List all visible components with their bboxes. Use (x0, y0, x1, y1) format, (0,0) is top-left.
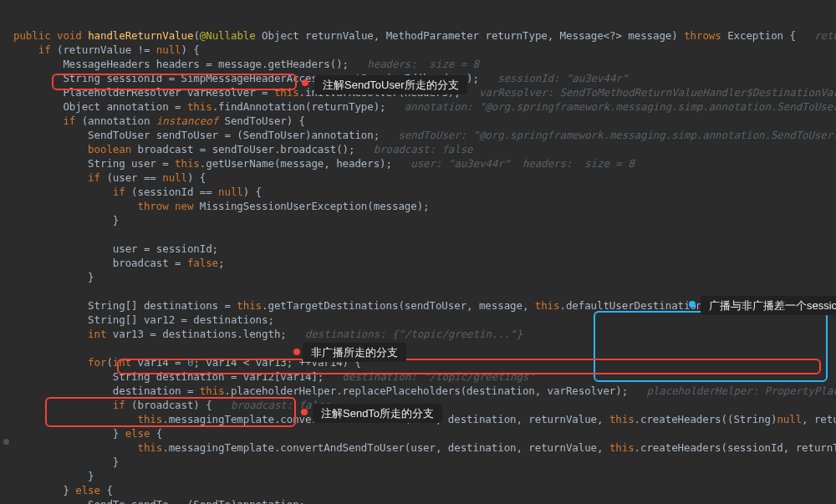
dot-red-2 (293, 349, 300, 355)
type-exception: Exception (727, 29, 783, 42)
line-9b: .getUserName(message, headers); (200, 157, 392, 170)
method-name: handleReturnValue (88, 29, 193, 42)
line-10a: (user == (100, 171, 162, 184)
line-8: broadcast = sendToUser.broadcast(); (131, 143, 354, 155)
line-20: String[] var12 = destinations; (88, 313, 274, 326)
kw-this: this (187, 100, 212, 113)
kw-this: this (535, 299, 560, 312)
hint: broadcast: false (374, 143, 473, 155)
hint: destination: "/topic/greetings" (343, 370, 535, 383)
cond: (returnValue != (57, 43, 156, 56)
brace: } (88, 470, 94, 482)
brace-open: { (789, 29, 795, 42)
kw-null: null (156, 43, 181, 56)
param-returnType: returnType (485, 29, 547, 42)
line-5a: Object annotation = (63, 100, 187, 113)
hint: sendToUser: "@org.springframework.messag… (398, 129, 836, 141)
kw-public: public (13, 29, 51, 42)
kw-null: null (777, 413, 802, 425)
line-27b: .createHeaders((String) (635, 413, 777, 425)
line-27c: , returnType) (802, 413, 836, 425)
line-29a: .messagingTemplate.convertAndSendToUser(… (162, 441, 609, 454)
line-7: SendToUser sendToUser = (SendToUser)anno… (88, 129, 380, 141)
line-29b: .createHeaders(sessionId, returnType)); (635, 441, 836, 454)
kw-this: this (609, 413, 635, 425)
brace: } (88, 271, 94, 283)
callout-broadcast: 广播与非广播差一个sessionId (701, 296, 836, 315)
callout-sendto: 注解SendTo所走的分支 (313, 404, 442, 423)
line-28b: { (150, 427, 162, 440)
dot-red-3 (301, 409, 308, 415)
kw-void: void (57, 29, 82, 42)
brace: } (113, 456, 119, 468)
type-message: Message (560, 29, 604, 42)
line-12: MissingSessionUserException(message); (193, 200, 429, 212)
line-26: (broadcast) { (125, 399, 212, 411)
line-33: SendTo sendTo = (SendTo)annotation; (88, 498, 305, 504)
line-24: String destination = var12[var14]; (113, 370, 324, 383)
line-4a: PlaceholderResolver varResolver = (63, 86, 273, 99)
hint: placeholderHelper: PropertyPlaceholderH (646, 384, 836, 397)
kw-else: else (75, 484, 100, 496)
kw-if: if (113, 399, 125, 411)
hint: annotation: "@org.springframework.messag… (405, 100, 836, 113)
line-28a: } (113, 427, 125, 440)
kw-this: this (138, 441, 163, 454)
callout-nonbroadcast: 非广播所走的分支 (303, 343, 406, 362)
type-mp: MethodParameter (386, 29, 479, 42)
kw-null: null (218, 186, 243, 198)
callout-sendtouser: 注解SendToUser所走的分支 (314, 75, 467, 94)
hint: varResolver: SendToMethodReturnValueHand… (479, 86, 836, 99)
line-5b: .findAnnotation(returnType); (212, 100, 386, 113)
kw-this: this (138, 413, 163, 425)
kw-instanceof: instanceof (156, 115, 218, 127)
hint: user: "au3ev44r" headers: size = 8 (410, 157, 634, 170)
kw-int: int (113, 356, 131, 369)
kw-throws: throws (684, 29, 721, 42)
kw-if: if (38, 43, 51, 56)
line-16b: ; (218, 257, 224, 269)
hint: destinations: {"/topic/greetin..."} (305, 328, 522, 340)
line-32a: } (63, 484, 75, 496)
generic: <?> (604, 29, 622, 42)
line-21: var13 = destinations.length; (106, 328, 286, 340)
kw-for: for (88, 356, 106, 369)
kw-int: int (88, 328, 106, 340)
kw-if: if (88, 171, 100, 184)
line-10b: ) { (187, 171, 206, 184)
kw-boolean: boolean (88, 143, 131, 155)
line-6a: (annotation (75, 115, 156, 127)
end: ) { (181, 43, 200, 56)
kw-false: false (187, 257, 218, 269)
param-returnValue: returnValue (305, 29, 374, 42)
type-object: Object (262, 29, 299, 42)
kw-this: this (200, 384, 225, 397)
kw-this: this (274, 86, 299, 99)
line-9a: String user = (88, 157, 175, 170)
line-19a: String[] destinations = (88, 299, 237, 312)
param-message: message (628, 29, 671, 42)
line-23b: var14 = (131, 356, 187, 369)
line-19b: .getTargetDestinations(sendToUser, messa… (262, 299, 535, 312)
line-16a: broadcast = (113, 257, 187, 269)
kw-this: this (237, 299, 262, 312)
line-2: MessageHeaders headers = message.getHead… (63, 58, 349, 70)
line-6b: SendToUser) { (218, 115, 305, 127)
hint-rv: returnValue: (814, 29, 836, 42)
dot-red-1 (302, 79, 308, 86)
hint: headers: size = 8 (367, 58, 479, 70)
kw-if: if (63, 115, 75, 127)
line-11b: ) { (243, 186, 262, 198)
line-15: user = sessionId; (113, 242, 218, 255)
line-23a: ( (106, 356, 112, 369)
line-11a: (sessionId == (125, 186, 218, 198)
brace: } (113, 214, 119, 227)
hint: sessionId: "au3ev44r" (497, 72, 628, 84)
annotation: @Nullable (200, 29, 256, 42)
kw-if: if (113, 186, 125, 198)
dot-cyan-1 (689, 301, 696, 308)
kw-else: else (125, 427, 150, 440)
line-32b: { (100, 484, 113, 496)
kw-this: this (175, 157, 200, 170)
kw-null: null (162, 171, 187, 184)
